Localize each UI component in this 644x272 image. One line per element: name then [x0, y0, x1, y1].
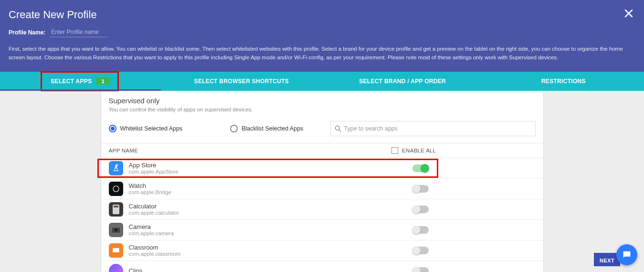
app-name: Calculator — [129, 203, 179, 210]
page-title: Create New Profile — [9, 9, 635, 21]
app-icon — [109, 202, 123, 217]
app-labels: Watchcom.apple.Bridge — [129, 182, 172, 195]
app-icon — [109, 223, 123, 237]
app-labels: Clips — [129, 267, 143, 272]
app-name: Watch — [129, 182, 172, 189]
app-name: Classroom — [129, 244, 181, 251]
tab-badge: 1 — [96, 78, 110, 85]
app-labels: Calculatorcom.apple.calculator — [129, 203, 179, 216]
close-button[interactable] — [624, 9, 633, 20]
app-toggle[interactable] — [412, 247, 429, 254]
profile-name-label: Profile Name: — [9, 29, 45, 36]
chat-fab[interactable] — [616, 244, 637, 265]
enable-all[interactable]: ENABLE ALL — [391, 147, 436, 154]
search-icon — [335, 125, 341, 132]
app-id: com.apple.camera — [129, 230, 174, 236]
app-toggle[interactable] — [412, 267, 429, 272]
app-name: App Store — [129, 162, 179, 169]
radio-label: Blacklist Selected Apps — [242, 125, 303, 132]
profile-name-row: Profile Name: — [9, 28, 635, 37]
tab-brand-app-order[interactable]: SELECT BRAND / APP ORDER — [322, 72, 483, 91]
app-row: Watchcom.apple.Bridge — [101, 179, 543, 199]
tab-label: RESTRICTIONS — [541, 78, 586, 85]
close-icon — [624, 9, 633, 18]
tabs: SELECT APPS 1 SELECT BROWSER SHORTCUTS S… — [0, 72, 644, 91]
app-id: com.apple.calculator — [129, 210, 179, 216]
col-app-name: APP NAME — [109, 148, 138, 153]
app-id: com.apple.classroom — [129, 251, 181, 257]
app-labels: Classroomcom.apple.classroom — [129, 244, 181, 257]
app-icon — [109, 161, 123, 175]
toggle-knob — [412, 246, 421, 255]
svg-point-6 — [114, 228, 117, 231]
header: Create New Profile Profile Name: First, … — [0, 0, 644, 72]
app-toggle[interactable] — [412, 226, 429, 234]
app-labels: App Storecom.apple.AppStore — [129, 162, 179, 174]
tab-active-underline — [0, 89, 161, 91]
panel-title: Supervised only — [109, 97, 536, 105]
app-icon — [109, 243, 123, 258]
controls-row: Whitelist Selected Apps Blacklist Select… — [101, 116, 543, 143]
search-box[interactable] — [330, 121, 536, 136]
whitelist-radio[interactable]: Whitelist Selected Apps — [109, 125, 183, 132]
app-row: App Storecom.apple.AppStore — [101, 158, 543, 179]
chat-icon — [622, 250, 632, 260]
radio-icon — [109, 125, 116, 132]
panel-head: Supervised only You can control the visi… — [101, 91, 543, 116]
table-head: APP NAME ENABLE ALL — [101, 143, 543, 158]
tab-label: SELECT APPS — [51, 78, 92, 85]
panel: Supervised only You can control the visi… — [101, 91, 544, 272]
app-icon — [109, 264, 123, 272]
app-id: com.apple.Bridge — [129, 189, 172, 195]
app-id: com.apple.AppStore — [129, 169, 179, 174]
tab-label: SELECT BRAND / APP ORDER — [359, 78, 446, 85]
toggle-knob — [421, 164, 429, 173]
app-row: Classroomcom.apple.classroom — [101, 240, 543, 261]
enable-all-label: ENABLE ALL — [402, 148, 436, 153]
header-description: First, select the apps that you want to … — [9, 45, 635, 62]
app-row: Clips — [101, 261, 543, 272]
tab-select-apps[interactable]: SELECT APPS 1 — [0, 72, 161, 91]
svg-point-0 — [335, 126, 339, 130]
toggle-knob — [412, 205, 421, 214]
toggle-knob — [412, 185, 421, 193]
panel-subtitle: You can control the visibility of apps o… — [109, 107, 536, 112]
svg-rect-7 — [113, 248, 119, 252]
checkbox-icon — [391, 147, 398, 154]
app-list: App Storecom.apple.AppStoreWatchcom.appl… — [101, 158, 543, 272]
app-name: Clips — [129, 267, 143, 272]
app-name: Camera — [129, 223, 174, 230]
app-toggle[interactable] — [412, 164, 429, 172]
app-row: Cameracom.apple.camera — [101, 220, 543, 240]
svg-point-2 — [113, 186, 119, 192]
app-icon — [109, 182, 123, 196]
app-toggle[interactable] — [412, 206, 429, 213]
tab-browser-shortcuts[interactable]: SELECT BROWSER SHORTCUTS — [161, 72, 322, 91]
svg-line-1 — [339, 130, 341, 131]
app-labels: Cameracom.apple.camera — [129, 223, 174, 236]
svg-rect-4 — [114, 206, 118, 207]
radio-label: Whitelist Selected Apps — [120, 125, 183, 132]
toggle-knob — [412, 226, 421, 234]
app-toggle[interactable] — [412, 185, 429, 193]
toggle-knob — [412, 267, 421, 272]
radio-icon — [230, 125, 238, 132]
blacklist-radio[interactable]: Blacklist Selected Apps — [230, 125, 303, 132]
tab-label: SELECT BROWSER SHORTCUTS — [194, 78, 289, 85]
search-input[interactable] — [344, 125, 531, 132]
profile-name-input[interactable] — [50, 28, 107, 37]
tab-restrictions[interactable]: RESTRICTIONS — [483, 72, 644, 91]
app-row: Calculatorcom.apple.calculator — [101, 199, 543, 220]
content: Supervised only You can control the visi… — [0, 91, 644, 272]
